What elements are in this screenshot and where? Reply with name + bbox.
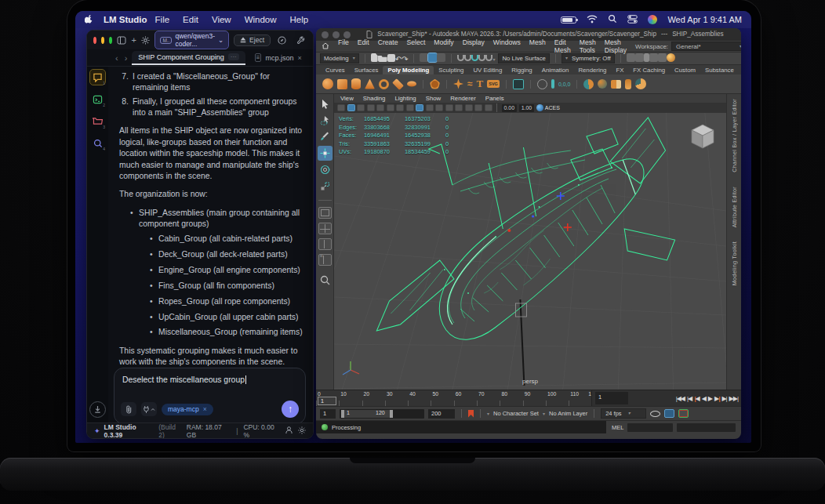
viewport-safe-action-icon[interactable] — [455, 104, 463, 111]
sidebar-models-folder-icon[interactable]: 3 — [90, 114, 105, 129]
viewport-lock-camera-icon[interactable] — [347, 104, 355, 111]
send-message-button[interactable]: ↑ — [282, 401, 299, 418]
symmetry-selector[interactable]: ▾Symmetry: Off — [562, 53, 615, 63]
mcp-server-chip[interactable]: maya-mcp × — [162, 404, 213, 415]
wifi-icon[interactable] — [587, 15, 598, 25]
character-set-selector[interactable]: No Character Set — [493, 410, 539, 417]
mcp-plug-icon[interactable] — [141, 402, 157, 416]
gamma-field[interactable]: 1.00 — [519, 104, 535, 112]
select-object-icon[interactable] — [428, 53, 437, 62]
chat-transcript[interactable]: 7.I created a "Miscellaneous_Group" for … — [108, 67, 313, 368]
range-end-handle[interactable] — [390, 410, 393, 418]
tab-close-icon[interactable]: × — [297, 54, 301, 62]
layout-single-pane-button[interactable] — [318, 207, 332, 219]
shelf-remesh-grid-icon[interactable] — [513, 79, 524, 89]
rotate-tool-icon[interactable] — [318, 162, 333, 177]
viewport-image-plane-icon[interactable] — [376, 104, 384, 111]
playback-loop-icon[interactable] — [650, 411, 660, 417]
step-back-key-button[interactable]: |◀ — [687, 395, 692, 402]
layout-four-pane-button[interactable] — [318, 223, 332, 234]
settings-gear-icon[interactable] — [141, 34, 150, 46]
menu-clock[interactable]: Wed Apr 1 9:41 AM — [667, 15, 742, 24]
open-scene-icon[interactable] — [378, 55, 387, 62]
tab-chat[interactable]: SHIP Component Grouping ··· — [132, 51, 245, 65]
animation-prefs-button[interactable] — [678, 409, 689, 418]
shelf-construction-plane-icon[interactable] — [537, 79, 547, 89]
step-forward-frame-button[interactable]: ▶| — [714, 395, 719, 402]
viewport-panel[interactable]: ViewShadingLightingShowRendererPanels 0.… — [334, 94, 726, 390]
layout-outliner-persp-button[interactable] — [318, 254, 332, 266]
dock-tab[interactable]: Channel Box / Layer Editor — [731, 99, 738, 172]
shelf-locator-icon[interactable] — [551, 79, 554, 89]
panel-menu-item[interactable]: Panels — [485, 95, 504, 102]
shelf-cube-icon[interactable] — [337, 79, 347, 89]
anim-start-field[interactable]: 1 — [320, 409, 336, 419]
spotlight-search-icon[interactable] — [608, 14, 617, 25]
tab-mcp-json[interactable]: ≡ mcp.json × — [249, 51, 308, 64]
auto-key-button[interactable] — [664, 409, 674, 418]
timeline-ticks[interactable]: 0102030405060708090100110 1 1 — [316, 390, 592, 406]
open-render-view-icon[interactable] — [635, 53, 644, 62]
sidebar-discover-icon[interactable]: 4 — [90, 136, 105, 150]
command-line[interactable]: MEL — [606, 421, 741, 433]
maya-menu-item[interactable]: Edit Mesh — [554, 38, 571, 54]
nav-forward-icon[interactable]: › — [123, 53, 129, 63]
home-icon[interactable] — [322, 42, 329, 51]
menu-app-name[interactable]: LM Studio — [104, 15, 147, 24]
maya-menu-item[interactable]: Create — [378, 38, 398, 54]
zoom-window-button[interactable] — [109, 37, 112, 44]
shelf-tab[interactable]: Arnold — [739, 66, 741, 74]
workspace-selector[interactable]: Workspace: General*▾ — [635, 42, 741, 51]
close-window-button[interactable] — [93, 37, 96, 44]
discover-icon[interactable] — [275, 34, 288, 46]
maya-menu-item[interactable]: Mesh Display — [605, 38, 627, 54]
view-cube[interactable] — [687, 121, 718, 155]
time-slider[interactable]: 0102030405060708090100110 1 1 1 |◀◀ |◀ |… — [316, 390, 741, 406]
menu-item[interactable]: Edit — [183, 15, 198, 24]
viewport-default-material-icon[interactable] — [485, 104, 492, 111]
zoom-window-button[interactable] — [343, 31, 351, 38]
zoom-tool-icon[interactable] — [318, 273, 333, 288]
snap-point-icon[interactable] — [471, 55, 478, 61]
construction-history-icon[interactable] — [627, 53, 635, 62]
layout-two-pane-button[interactable] — [318, 238, 332, 250]
viewport-bookmark-icon[interactable] — [367, 104, 375, 111]
viewport-grid-toggle-icon[interactable] — [406, 104, 414, 111]
shelf-sweep-icon[interactable] — [453, 79, 463, 89]
viewport-select-camera-icon[interactable] — [337, 104, 345, 111]
shelf-tab[interactable]: Rigging — [507, 66, 536, 74]
maya-menu-item[interactable]: Mesh — [529, 38, 546, 54]
viewport-grease-pencil-icon[interactable] — [396, 104, 404, 111]
snap-grid-icon[interactable] — [457, 55, 464, 61]
sidebar-developer-icon[interactable]: 2 — [90, 92, 105, 107]
shelf-origin-icon[interactable]: 0,0,0 — [558, 82, 571, 87]
maya-menu-item[interactable]: Select — [406, 38, 425, 54]
mel-result-field[interactable] — [677, 423, 736, 432]
panel-menu-item[interactable]: Shading — [363, 95, 386, 102]
shelf-torus-icon[interactable] — [379, 79, 389, 89]
menu-item[interactable]: File — [155, 15, 170, 24]
scale-tool-icon[interactable] — [318, 179, 333, 194]
current-frame-indicator[interactable]: 1 — [318, 397, 336, 405]
developer-wrench-icon[interactable] — [294, 34, 307, 46]
panel-menu-item[interactable]: View — [340, 95, 354, 102]
maya-menu-item[interactable]: File — [338, 38, 349, 54]
maya-menu-item[interactable]: Display — [463, 38, 485, 54]
step-forward-key-button[interactable]: ▶| — [721, 395, 726, 402]
shelf-multicut-icon[interactable] — [625, 79, 631, 89]
viewport-two-d-pan-zoom-icon[interactable] — [387, 104, 394, 111]
chat-input-value[interactable]: Deselect the miscellaneous group — [122, 375, 297, 384]
range-slider[interactable]: 1 120 — [340, 409, 424, 419]
select-tool-icon[interactable] — [318, 96, 333, 111]
shelf-tab[interactable]: FX Caching — [628, 66, 670, 74]
maya-menu-item[interactable]: Windows — [493, 38, 521, 54]
viewport-gate-mask-icon[interactable] — [435, 104, 443, 111]
color-management-aces[interactable]: ACES — [536, 104, 560, 111]
shelf-boolean-diff-icon[interactable] — [598, 79, 607, 89]
minimize-window-button[interactable] — [333, 31, 340, 38]
shelf-tab[interactable]: Sculpting — [434, 66, 468, 74]
move-tool-icon[interactable] — [318, 146, 333, 161]
viewport-field-chart-icon[interactable] — [445, 104, 453, 111]
paint-select-tool-icon[interactable] — [318, 129, 333, 144]
sidebar-chat-icon[interactable]: 1 — [90, 70, 105, 85]
